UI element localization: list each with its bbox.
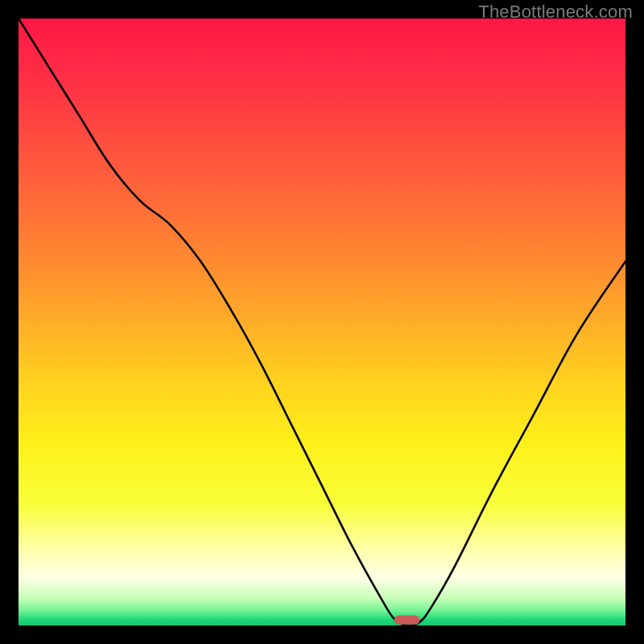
watermark-text: TheBottleneck.com (478, 2, 633, 23)
bottleneck-chart (19, 19, 625, 625)
plot-area (19, 19, 625, 625)
optimum-marker (394, 616, 420, 625)
gradient-background (19, 19, 625, 625)
chart-container: TheBottleneck.com (0, 0, 644, 644)
